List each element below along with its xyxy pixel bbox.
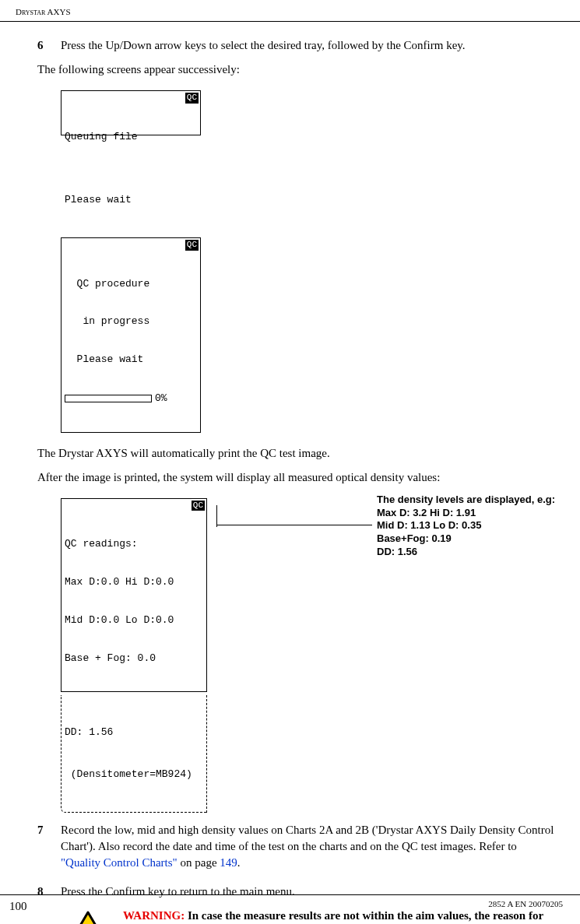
lcd2-line3: Please wait (65, 353, 197, 366)
progress-bar (65, 395, 152, 402)
step7-text-a: Record the low, mid and high density val… (61, 824, 554, 852)
main-content: 6 Press the Up/Down arrow keys to select… (0, 22, 580, 924)
lcd3-line4: Base + Fog: 0.0 (65, 652, 203, 665)
qc-tag: QC (192, 501, 205, 511)
page-149-link[interactable]: 149 (220, 856, 237, 869)
density-title: The density levels are displayed, e.g: (377, 494, 555, 507)
step6-text: Press the Up/Down arrow keys to select t… (61, 39, 466, 51)
doc-id: 2852 A EN 20070205 (488, 898, 563, 915)
step-7: 7 Record the low, mid and high density v… (37, 822, 558, 871)
lcd3-line3: Mid D:0.0 Lo D:0.0 (65, 614, 203, 627)
lcd1-line3: Please wait (65, 194, 197, 206)
qc-tag: QC (185, 240, 199, 251)
quality-control-charts-link[interactable]: "Quality Control Charts" (61, 856, 178, 869)
after-lcd2-a: The Drystar AXYS will automatically prin… (37, 445, 558, 462)
density-l2: Mid D: 1.13 Lo D: 0.35 (377, 519, 555, 532)
density-l1: Max D: 3.2 Hi D: 1.91 (377, 507, 555, 520)
step-6: 6 Press the Up/Down arrow keys to select… (37, 37, 558, 54)
step6-followup: The following screens appear successivel… (37, 61, 558, 78)
step-body: Press the Up/Down arrow keys to select t… (61, 37, 558, 54)
lcd2-line2: in progress (65, 315, 197, 328)
progress-label: 0% (155, 392, 167, 405)
step7-text-b: on page (178, 856, 220, 869)
lcd1-line1: Queuing file (65, 131, 197, 143)
page-footer: 100 2852 A EN 20070205 (0, 894, 580, 915)
lcd3-line2: Max D:0.0 Hi D:0.0 (65, 576, 203, 588)
density-callout: The density levels are displayed, e.g: M… (377, 494, 555, 559)
readings-section: QC QC readings: Max D:0.0 Hi D:0.0 Mid D… (61, 494, 558, 813)
lcd-screen-2: QC QC procedure in progress Please wait … (61, 233, 558, 437)
dd-line2: (Densitometer=MB924) (65, 768, 203, 782)
dd-box: DD: 1.56 (Densitometer=MB924) (61, 695, 207, 813)
step-number: 7 (37, 822, 61, 871)
progress-row: 0% (65, 392, 197, 405)
after-lcd2-b: After the image is printed, the system w… (37, 469, 558, 486)
density-l4: DD: 1.56 (377, 546, 555, 559)
dd-line1: DD: 1.56 (65, 725, 203, 740)
page-number: 100 (9, 898, 27, 915)
qc-tag: QC (185, 93, 199, 104)
lcd3-line1: QC readings: (65, 538, 203, 550)
lcd-screen-1: QC Queuing file Please wait (61, 86, 558, 233)
step-body: Record the low, mid and high density val… (61, 822, 558, 871)
page-header: Drystar AXYS (0, 0, 580, 22)
connector-line (216, 525, 372, 525)
readings-lcd-group: QC QC readings: Max D:0.0 Hi D:0.0 Mid D… (61, 494, 216, 813)
density-l3: Base+Fog: 0.19 (377, 532, 555, 546)
header-title: Drystar AXYS (16, 7, 71, 16)
step-number: 6 (37, 37, 61, 54)
step7-text-c: . (237, 856, 241, 869)
lcd2-line1: QC procedure (65, 278, 197, 290)
